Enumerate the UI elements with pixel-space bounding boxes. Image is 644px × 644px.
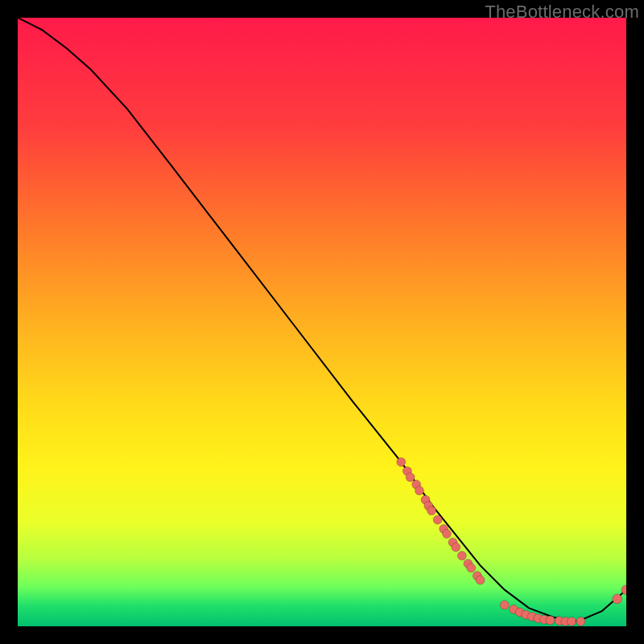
dot-valley-cluster	[546, 616, 555, 625]
dot-upturn-point	[613, 594, 622, 604]
bottleneck-curve	[18, 18, 626, 621]
dot-left-descent-cluster	[442, 530, 451, 539]
dot-left-descent-cluster	[397, 457, 406, 466]
scatter-dots	[397, 457, 626, 625]
dot-left-descent-cluster	[415, 486, 423, 495]
dot-mid-descent-cluster	[467, 564, 476, 572]
plot-area	[18, 18, 626, 626]
chart-overlay-svg	[18, 18, 626, 626]
dot-mid-descent-cluster	[476, 576, 485, 584]
dot-valley-cluster	[567, 617, 576, 625]
dot-valley-cluster	[576, 617, 585, 625]
dot-left-descent-cluster	[406, 473, 415, 481]
dot-mid-descent-cluster	[457, 551, 466, 560]
dot-left-descent-cluster	[427, 506, 436, 515]
dot-left-descent-cluster	[433, 515, 442, 524]
chart-stage: TheBottleneck.com	[0, 0, 644, 644]
dot-valley-cluster	[500, 601, 509, 609]
dot-left-descent-cluster	[452, 543, 460, 551]
watermark-label: TheBottleneck.com	[485, 2, 639, 23]
